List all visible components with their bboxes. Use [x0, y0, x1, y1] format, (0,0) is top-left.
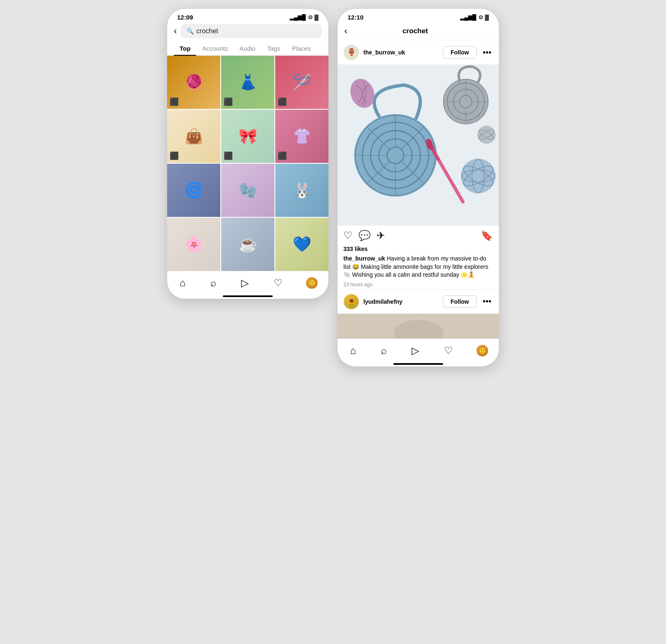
- left-phone: 12:09 ▂▄▆█ ⊙ ▓ ‹ 🔍 crochet Top Accounts …: [167, 8, 329, 299]
- heart-nav-icon[interactable]: ♡: [272, 275, 284, 290]
- post1-follow-button[interactable]: Follow: [443, 46, 477, 59]
- svg-point-27: [461, 159, 496, 194]
- grid-item-3[interactable]: 🪡 ⬛: [275, 56, 328, 109]
- battery-icon-right: ▓: [485, 14, 489, 20]
- post2-follow-button[interactable]: Follow: [443, 295, 477, 308]
- post1-timestamp: 23 hours ago: [338, 280, 499, 289]
- time-left: 12:09: [177, 14, 193, 21]
- tab-places[interactable]: Places: [286, 42, 316, 55]
- status-icons-right: ▂▄▆█ ⊙ ▓: [460, 14, 489, 20]
- status-bar-left: 12:09 ▂▄▆█ ⊙ ▓: [167, 9, 328, 22]
- wifi-icon: ⊙: [308, 14, 313, 20]
- search-header: ‹ 🔍 crochet: [167, 22, 328, 38]
- search-nav-icon-right[interactable]: ⌕: [379, 343, 388, 358]
- tab-tags[interactable]: Tags: [261, 42, 286, 55]
- search-text: crochet: [196, 27, 218, 35]
- bottom-nav-left: ⌂ ⌕ ▷ ♡ 🙂: [167, 271, 328, 293]
- reel-icon-1: ⬛: [170, 97, 179, 106]
- post1-actions: ♡ 💬 ✈ 🔖: [338, 226, 499, 246]
- search-bar[interactable]: 🔍 crochet: [181, 24, 322, 38]
- bookmark-button[interactable]: 🔖: [481, 230, 493, 241]
- search-icon: 🔍: [187, 28, 194, 34]
- signal-icon: ▂▄▆█: [290, 14, 306, 20]
- post-header: ‹ crochet: [338, 22, 499, 40]
- reel-icon-6: ⬛: [278, 151, 287, 160]
- grid-item-6[interactable]: 👚 ⬛: [275, 110, 328, 163]
- tabs: Top Accounts Audio Tags Places: [167, 38, 328, 56]
- tab-audio[interactable]: Audio: [234, 42, 261, 55]
- post2-user-row: 🌻 lyudmilahefny Follow •••: [338, 289, 499, 314]
- grid-item-2[interactable]: 👗 ⬛: [221, 56, 274, 109]
- battery-icon: ▓: [315, 14, 318, 20]
- post2-avatar[interactable]: 🌻: [343, 294, 359, 310]
- home-nav-icon-right[interactable]: ⌂: [348, 343, 358, 358]
- search-nav-icon[interactable]: ⌕: [209, 275, 218, 290]
- post2-image-preview[interactable]: [338, 314, 499, 339]
- reel-icon-4: ⬛: [170, 151, 179, 160]
- grid-item-5[interactable]: 🎀 ⬛: [221, 110, 274, 163]
- avatar-nav-right[interactable]: 🙂: [476, 345, 488, 356]
- reel-icon-5: ⬛: [224, 151, 233, 160]
- tab-accounts[interactable]: Accounts: [196, 42, 234, 55]
- bottom-nav-right: ⌂ ⌕ ▷ ♡ 🙂: [338, 339, 499, 361]
- post1-image[interactable]: [338, 64, 499, 226]
- grid-item-7[interactable]: 🌀: [167, 164, 220, 217]
- post1-caption: the_burrow_uk Having a break from my mas…: [338, 254, 499, 280]
- post1-username[interactable]: the_burrow_uk: [363, 49, 439, 56]
- grid-item-12[interactable]: 💙: [275, 218, 328, 271]
- home-nav-icon[interactable]: ⌂: [178, 275, 187, 290]
- post1-likes: 333 likes: [338, 246, 499, 254]
- tab-top[interactable]: Top: [174, 42, 196, 55]
- wifi-icon-right: ⊙: [479, 14, 483, 20]
- like-button[interactable]: ♡: [343, 230, 353, 241]
- post2-username[interactable]: lyudmilahefny: [363, 298, 439, 305]
- heart-nav-icon-right[interactable]: ♡: [442, 343, 455, 358]
- post2-more-button[interactable]: •••: [481, 297, 493, 306]
- grid-item-11[interactable]: ☕: [221, 218, 274, 271]
- status-icons-left: ▂▄▆█ ⊙ ▓: [290, 14, 318, 20]
- back-button[interactable]: ‹: [174, 26, 177, 37]
- search-grid: 🧶 ⬛ 👗 ⬛ 🪡 ⬛ 👜 ⬛ 🎀 ⬛ 👚 ⬛ 🌀 🧤: [167, 56, 328, 271]
- post1-avatar[interactable]: 🏺: [343, 44, 359, 60]
- comment-button[interactable]: 💬: [358, 230, 371, 241]
- post1-caption-username[interactable]: the_burrow_uk: [343, 255, 385, 262]
- grid-item-9[interactable]: 🐰: [275, 164, 328, 217]
- grid-item-4[interactable]: 👜 ⬛: [167, 110, 220, 163]
- reel-icon-3: ⬛: [278, 97, 287, 106]
- share-button[interactable]: ✈: [377, 230, 385, 241]
- reel-icon-2: ⬛: [224, 97, 233, 106]
- home-bar: [223, 295, 273, 297]
- svg-text:🏺: 🏺: [347, 48, 356, 57]
- grid-item-8[interactable]: 🧤: [221, 164, 274, 217]
- reels-nav-icon[interactable]: ▷: [239, 275, 250, 290]
- post1-user-row: 🏺 the_burrow_uk Follow •••: [338, 40, 499, 64]
- avatar-nav[interactable]: 🙂: [306, 277, 318, 289]
- back-button-right[interactable]: ‹: [344, 26, 347, 37]
- grid-item-10[interactable]: 🌸: [167, 218, 220, 271]
- svg-point-32: [477, 125, 496, 144]
- reels-nav-icon-right[interactable]: ▷: [410, 343, 421, 358]
- post1-more-button[interactable]: •••: [481, 48, 493, 57]
- status-bar-right: 12:10 ▂▄▆█ ⊙ ▓: [338, 9, 499, 22]
- home-bar-right: [393, 363, 443, 365]
- grid-item-1[interactable]: 🧶 ⬛: [167, 56, 220, 109]
- right-phone: 12:10 ▂▄▆█ ⊙ ▓ ‹ crochet 🏺 the_burrow_uk…: [337, 8, 499, 367]
- time-right: 12:10: [348, 14, 363, 21]
- post-header-title: crochet: [347, 27, 483, 35]
- signal-icon-right: ▂▄▆█: [460, 14, 476, 20]
